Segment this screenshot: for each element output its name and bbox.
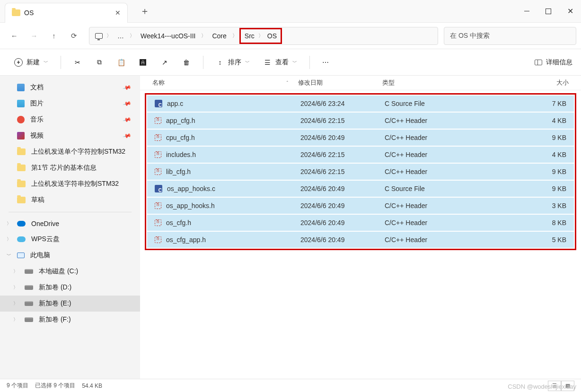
- new-button[interactable]: + 新建 ﹀: [9, 54, 54, 70]
- file-name: app_cfg.h: [166, 117, 195, 124]
- file-type: C/C++ Header: [385, 202, 456, 209]
- search-input[interactable]: 在 OS 中搜索: [444, 27, 576, 45]
- minimize-button[interactable]: [516, 2, 537, 21]
- back-button[interactable]: ←: [5, 26, 24, 45]
- col-size-header[interactable]: 大小: [453, 78, 574, 87]
- selected-count: 已选择 9 个项目: [35, 382, 75, 390]
- chevron-right-icon: 〉: [13, 300, 18, 307]
- chevron-right-icon: 〉: [130, 32, 135, 39]
- sidebar-label: WPS云盘: [31, 235, 60, 244]
- titlebar: OS ✕ ＋ ✕: [0, 0, 581, 23]
- file-row[interactable]: app_cfg.h2024/6/6 22:15C/C++ Header4 KB: [147, 113, 574, 129]
- up-button[interactable]: ↑: [44, 26, 63, 45]
- file-h-icon: [155, 117, 161, 124]
- breadcrumb-item[interactable]: Week14---ucOS-III: [137, 30, 199, 42]
- rename-button[interactable]: 🅰: [133, 54, 153, 70]
- col-date-header[interactable]: 修改日期: [298, 78, 382, 87]
- file-row[interactable]: os_cfg_app.h2024/6/6 20:49C/C++ Header5 …: [147, 232, 574, 248]
- sort-label: 排序: [228, 58, 241, 67]
- col-name-header[interactable]: 名称˄: [147, 78, 298, 87]
- file-date: 2024/6/6 20:49: [300, 202, 385, 209]
- breadcrumb-item[interactable]: Src: [241, 30, 258, 42]
- sidebar-item[interactable]: 〉WPS云盘: [0, 231, 140, 247]
- refresh-button[interactable]: ⟳: [64, 26, 83, 45]
- chevron-right-icon: 〉: [13, 316, 18, 323]
- sidebar-item[interactable]: 上位机发送字符串控制STM32: [0, 176, 140, 192]
- copy-button[interactable]: ⧉: [89, 54, 109, 70]
- sidebar-drive[interactable]: 〉新加卷 (D:): [0, 279, 140, 296]
- forward-button[interactable]: →: [25, 26, 44, 45]
- file-date: 2024/6/6 20:49: [300, 219, 385, 226]
- sidebar-drive[interactable]: 〉新加卷 (E:): [0, 296, 140, 312]
- sidebar-label: 草稿: [31, 196, 44, 204]
- file-size: 4 KB: [456, 151, 572, 158]
- file-size: 9 KB: [456, 134, 572, 141]
- col-type-header[interactable]: 类型: [382, 78, 453, 87]
- file-row[interactable]: os_app_hooks.c2024/6/6 20:49C Source Fil…: [147, 181, 574, 197]
- details-icon: [535, 60, 542, 65]
- sort-asc-icon: ˄: [286, 80, 289, 85]
- separator: [309, 56, 310, 69]
- details-pane-button[interactable]: 详细信息: [535, 58, 572, 67]
- chevron-right-icon: 〉: [7, 236, 11, 243]
- file-type: C Source File: [385, 100, 456, 107]
- sort-button[interactable]: ↕ 排序 ﹀: [210, 54, 255, 70]
- pc-icon: [95, 33, 103, 39]
- sidebar-item[interactable]: 文档📌: [0, 79, 140, 96]
- tab-close-icon[interactable]: ✕: [115, 9, 121, 17]
- sort-icon: ↕: [216, 58, 224, 67]
- file-row[interactable]: includes.h2024/6/6 22:15C/C++ Header4 KB: [147, 147, 574, 163]
- sidebar-item[interactable]: 音乐📌: [0, 112, 140, 128]
- file-size: 8 KB: [456, 219, 572, 226]
- new-tab-button[interactable]: ＋: [133, 5, 156, 17]
- sidebar-drive[interactable]: 〉新加卷 (F:): [0, 312, 140, 328]
- maximize-button[interactable]: [537, 2, 559, 21]
- file-h-icon: [155, 219, 161, 226]
- file-h-icon: [155, 168, 161, 175]
- file-size: 9 KB: [456, 185, 572, 192]
- selected-size: 54.4 KB: [82, 383, 102, 389]
- file-row[interactable]: cpu_cfg.h2024/6/6 20:49C/C++ Header9 KB: [147, 130, 574, 146]
- sidebar-item[interactable]: 第1节 芯片的基本信息: [0, 160, 140, 176]
- disk-icon: [25, 269, 33, 274]
- file-row[interactable]: lib_cfg.h2024/6/6 22:15C/C++ Header9 KB: [147, 164, 574, 180]
- rename-icon: 🅰: [139, 58, 147, 67]
- cut-button[interactable]: ✂: [68, 54, 88, 70]
- sidebar-item-pc[interactable]: ﹀此电脑: [0, 247, 140, 263]
- delete-button[interactable]: 🗑: [176, 54, 196, 70]
- address-bar[interactable]: 〉 … 〉 Week14---ucOS-III 〉 Core 〉 Src 〉 O…: [89, 27, 438, 45]
- folder-icon: [17, 165, 26, 171]
- sidebar: 文档📌图片📌音乐📌视频📌上位机发送单个字符控制STM32第1节 芯片的基本信息上…: [0, 76, 140, 379]
- folder-icon: [17, 148, 26, 155]
- sidebar-label: 文档: [30, 83, 44, 92]
- wps-icon: [17, 236, 26, 242]
- view-button[interactable]: ☰ 查看 ﹀: [257, 54, 303, 70]
- sidebar-item[interactable]: 〉OneDrive: [0, 216, 140, 231]
- more-button[interactable]: ⋯: [317, 55, 335, 70]
- close-button[interactable]: ✕: [559, 2, 581, 21]
- pin-icon: 📌: [123, 83, 132, 92]
- file-row[interactable]: os_app_hooks.h2024/6/6 20:49C/C++ Header…: [147, 198, 574, 214]
- share-button[interactable]: ↗: [155, 54, 175, 70]
- file-type: C/C++ Header: [385, 236, 456, 244]
- paste-button[interactable]: 📋: [111, 54, 131, 70]
- file-size: 3 KB: [456, 202, 572, 209]
- toolbar: + 新建 ﹀ ✂ ⧉ 📋 🅰 ↗ 🗑 ↕ 排序 ﹀ ☰ 查看 ﹀ ⋯ 详细信息: [0, 49, 581, 76]
- breadcrumb-item[interactable]: OS: [264, 30, 281, 42]
- sidebar-item[interactable]: 草稿: [0, 192, 140, 208]
- sidebar-item[interactable]: 视频📌: [0, 128, 140, 144]
- window-tab[interactable]: OS ✕: [5, 3, 128, 23]
- breadcrumb-item[interactable]: Core: [208, 30, 230, 42]
- file-type: C/C++ Header: [385, 117, 456, 124]
- sidebar-label: 新加卷 (E:): [39, 299, 71, 308]
- file-row[interactable]: os_cfg.h2024/6/6 20:49C/C++ Header8 KB: [147, 215, 574, 231]
- folder-icon: [17, 181, 26, 187]
- file-row[interactable]: app.c2024/6/6 23:24C Source File7 KB: [147, 96, 574, 112]
- folder-icon: [12, 9, 20, 16]
- breadcrumb-more[interactable]: …: [114, 30, 128, 42]
- sidebar-item[interactable]: 图片📌: [0, 96, 140, 112]
- sidebar-item[interactable]: 上位机发送单个字符控制STM32: [0, 144, 140, 160]
- sidebar-drive[interactable]: 〉本地磁盘 (C:): [0, 263, 140, 279]
- disk-icon: [25, 301, 33, 306]
- file-date: 2024/6/6 22:15: [300, 117, 385, 124]
